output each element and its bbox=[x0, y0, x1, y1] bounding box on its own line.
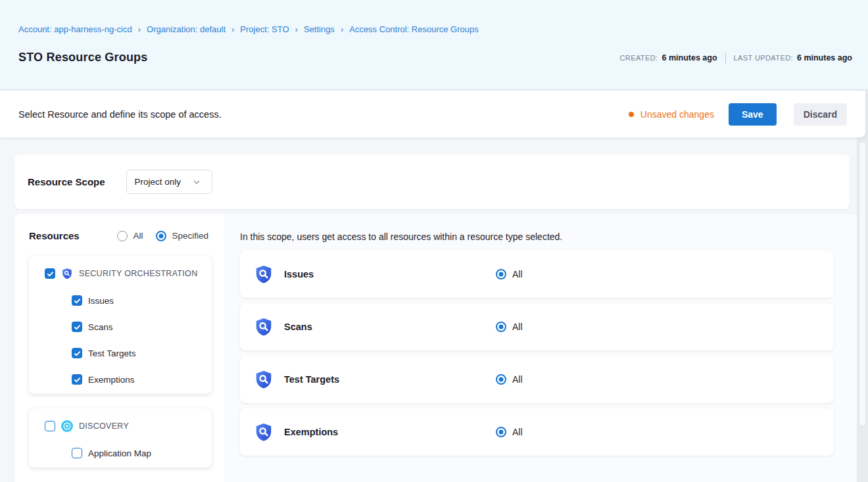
scrollbar-thumb[interactable] bbox=[859, 141, 866, 426]
breadcrumb-separator-icon: › bbox=[341, 24, 343, 34]
resource-type-item: Scans bbox=[72, 322, 203, 332]
resource-group-header: DISCOVERY bbox=[45, 420, 203, 432]
discovery-icon bbox=[61, 420, 73, 432]
resources-radio-group: AllSpecified bbox=[117, 231, 208, 241]
radio-label: Specified bbox=[172, 231, 208, 241]
unsaved-changes-indicator: Unsaved changes bbox=[629, 109, 714, 120]
breadcrumb-separator-icon: › bbox=[138, 24, 141, 34]
sto-shield-icon bbox=[254, 317, 274, 337]
scrollbar-track[interactable] bbox=[857, 90, 868, 482]
sto-shield-icon bbox=[254, 422, 274, 442]
access-all-label: All bbox=[512, 269, 523, 279]
sto-shield-icon bbox=[61, 268, 73, 279]
resource-group-header: SECURITY ORCHESTRATION bbox=[45, 268, 203, 279]
item-checkbox[interactable] bbox=[72, 322, 82, 332]
resource-scope-value: Project only bbox=[135, 177, 181, 187]
resource-scope-label: Resource Scope bbox=[28, 176, 105, 187]
access-all-radio[interactable] bbox=[496, 269, 506, 279]
resource-scope-select[interactable]: Project only bbox=[126, 170, 212, 194]
item-checkbox[interactable] bbox=[72, 348, 82, 358]
access-all-label: All bbox=[512, 374, 523, 385]
breadcrumb-link[interactable]: Settings bbox=[304, 24, 335, 34]
created-label: CREATED: bbox=[620, 54, 658, 62]
meta-divider bbox=[725, 53, 726, 63]
group-checkbox[interactable] bbox=[45, 268, 55, 279]
breadcrumb-separator-icon: › bbox=[295, 24, 298, 34]
unsaved-changes-label: Unsaved changes bbox=[640, 109, 714, 120]
save-button[interactable]: Save bbox=[729, 103, 777, 126]
breadcrumb-separator-icon: › bbox=[231, 24, 234, 34]
access-all-label: All bbox=[512, 322, 523, 332]
title-row: STO Resource Groups CREATED: 6 minutes a… bbox=[18, 51, 852, 64]
breadcrumb-link[interactable]: Account: app-harness-ng-cicd bbox=[18, 24, 132, 34]
item-label: Test Targets bbox=[88, 349, 136, 358]
scope-detail-area: In this scope, users get access to all r… bbox=[224, 214, 857, 482]
resource-row: ExemptionsAll bbox=[240, 408, 834, 456]
breadcrumb-link[interactable]: Access Control: Resource Groups bbox=[349, 24, 479, 34]
sto-shield-icon bbox=[254, 370, 274, 389]
resource-row-label: Scans bbox=[284, 322, 496, 332]
scope-description: In this scope, users get access to all r… bbox=[240, 231, 834, 242]
page-header: Account: app-harness-ng-cicd›Organizatio… bbox=[0, 0, 868, 90]
access-all-radio[interactable] bbox=[496, 427, 506, 437]
item-checkbox[interactable] bbox=[72, 374, 82, 385]
resource-group-card: DISCOVERYApplication Map bbox=[29, 408, 212, 468]
last-updated-label: LAST UPDATED: bbox=[734, 54, 793, 62]
discard-button[interactable]: Discard bbox=[794, 103, 847, 126]
meta-info: CREATED: 6 minutes ago LAST UPDATED: 6 m… bbox=[620, 53, 852, 63]
created-value: 6 minutes ago bbox=[662, 53, 717, 62]
unsaved-dot-icon bbox=[629, 112, 634, 117]
resources-header: Resources AllSpecified bbox=[29, 230, 224, 241]
item-label: Issues bbox=[88, 296, 114, 306]
resource-row: ScansAll bbox=[240, 303, 834, 350]
resource-type-item: Issues bbox=[72, 295, 203, 306]
breadcrumb-link[interactable]: Project: STO bbox=[240, 24, 289, 34]
resource-row-label: Exemptions bbox=[284, 427, 496, 437]
resource-row: Test TargetsAll bbox=[240, 356, 834, 403]
radio-option-all[interactable]: All bbox=[117, 231, 143, 241]
last-updated-value: 6 minutes ago bbox=[797, 53, 852, 62]
radio-icon bbox=[117, 231, 128, 241]
access-all-radio[interactable] bbox=[496, 374, 506, 385]
radio-icon bbox=[156, 231, 166, 241]
resource-group-card: SECURITY ORCHESTRATIONIssuesScansTest Ta… bbox=[29, 256, 212, 394]
breadcrumb: Account: app-harness-ng-cicd›Organizatio… bbox=[18, 24, 479, 34]
resource-type-item: Application Map bbox=[72, 448, 203, 458]
resource-groups: SECURITY ORCHESTRATIONIssuesScansTest Ta… bbox=[29, 256, 224, 468]
resource-row-label: Issues bbox=[284, 269, 496, 279]
page-title: STO Resource Groups bbox=[18, 51, 148, 64]
access-all-radio[interactable] bbox=[496, 322, 506, 332]
resource-rows: IssuesAllScansAllTest TargetsAllExemptio… bbox=[240, 251, 834, 456]
resource-scope-card: Resource Scope Project only bbox=[14, 155, 850, 209]
item-label: Exemptions bbox=[88, 375, 135, 385]
item-checkbox[interactable] bbox=[72, 448, 82, 458]
item-label: Scans bbox=[88, 322, 113, 332]
resource-type-item: Exemptions bbox=[72, 374, 203, 385]
breadcrumb-link[interactable]: Organization: default bbox=[147, 24, 226, 34]
resources-title: Resources bbox=[29, 230, 80, 241]
chevron-down-icon bbox=[193, 178, 201, 186]
radio-option-specified[interactable]: Specified bbox=[156, 231, 208, 241]
item-label: Application Map bbox=[88, 448, 151, 458]
access-all-label: All bbox=[512, 427, 523, 437]
radio-label: All bbox=[133, 231, 143, 241]
toolbar-description: Select Resource and define its scope of … bbox=[18, 109, 222, 120]
toolbar-actions: Unsaved changes Save Discard bbox=[629, 103, 847, 126]
resource-row-label: Test Targets bbox=[284, 374, 496, 385]
resources-sidebar: Resources AllSpecified SECURITY ORCHESTR… bbox=[14, 214, 224, 482]
resource-row: IssuesAll bbox=[240, 251, 834, 298]
sto-shield-icon bbox=[254, 264, 274, 284]
toolbar: Select Resource and define its scope of … bbox=[0, 91, 865, 137]
group-label: SECURITY ORCHESTRATION bbox=[79, 269, 197, 278]
group-label: DISCOVERY bbox=[79, 422, 129, 431]
resource-type-item: Test Targets bbox=[72, 348, 203, 358]
group-checkbox[interactable] bbox=[45, 421, 55, 431]
item-checkbox[interactable] bbox=[72, 295, 82, 306]
content-panel: Resources AllSpecified SECURITY ORCHESTR… bbox=[14, 214, 857, 482]
